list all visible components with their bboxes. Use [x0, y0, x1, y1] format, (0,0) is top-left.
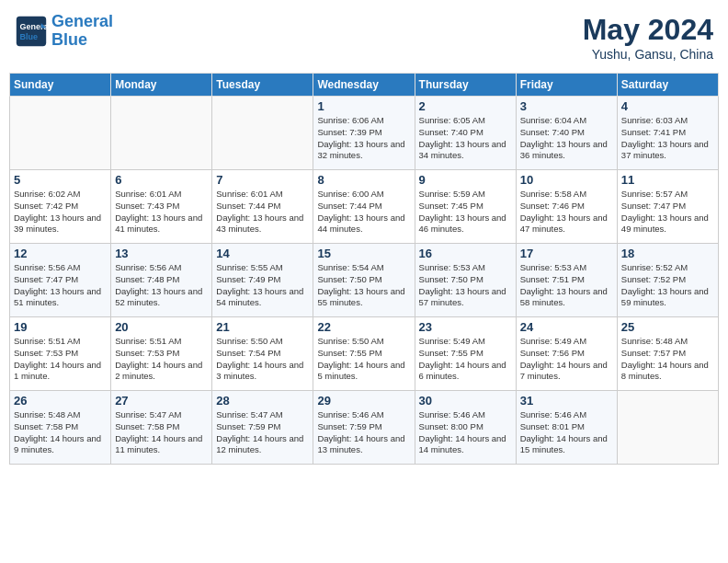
week-row-2: 5Sunrise: 6:02 AMSunset: 7:42 PMDaylight…	[10, 170, 719, 244]
day-number: 29	[317, 394, 410, 408]
day-info: Sunrise: 5:53 AMSunset: 7:50 PMDaylight:…	[419, 262, 512, 309]
day-number: 4	[621, 99, 714, 113]
day-number: 11	[621, 173, 714, 187]
calendar-cell: 6Sunrise: 6:01 AMSunset: 7:43 PMDaylight…	[111, 170, 212, 244]
day-number: 2	[419, 99, 512, 113]
day-header-saturday: Saturday	[617, 74, 718, 97]
day-header-wednesday: Wednesday	[313, 74, 415, 97]
day-info: Sunrise: 6:01 AMSunset: 7:44 PMDaylight:…	[216, 189, 309, 236]
calendar-cell: 2Sunrise: 6:05 AMSunset: 7:40 PMDaylight…	[415, 97, 516, 170]
logo-blue: Blue	[51, 30, 87, 49]
day-info: Sunrise: 5:50 AMSunset: 7:54 PMDaylight:…	[216, 336, 309, 383]
day-info: Sunrise: 5:48 AMSunset: 7:57 PMDaylight:…	[621, 336, 714, 383]
day-number: 25	[621, 320, 714, 334]
day-number: 15	[317, 247, 410, 260]
week-row-1: 1Sunrise: 6:06 AMSunset: 7:39 PMDaylight…	[10, 97, 719, 170]
day-info: Sunrise: 5:46 AMSunset: 7:59 PMDaylight:…	[317, 409, 410, 456]
calendar-cell: 31Sunrise: 5:46 AMSunset: 8:01 PMDayligh…	[516, 391, 617, 465]
calendar-cell: 4Sunrise: 6:03 AMSunset: 7:41 PMDaylight…	[617, 97, 718, 170]
calendar-cell: 18Sunrise: 5:52 AMSunset: 7:52 PMDayligh…	[617, 244, 718, 317]
day-number: 1	[317, 99, 410, 113]
calendar-cell: 15Sunrise: 5:54 AMSunset: 7:50 PMDayligh…	[313, 244, 415, 317]
calendar-cell	[212, 97, 313, 170]
calendar-cell: 22Sunrise: 5:50 AMSunset: 7:55 PMDayligh…	[313, 317, 415, 391]
week-row-4: 19Sunrise: 5:51 AMSunset: 7:53 PMDayligh…	[10, 317, 719, 391]
day-info: Sunrise: 6:00 AMSunset: 7:44 PMDaylight:…	[317, 189, 410, 236]
page-header: General Blue General Blue May 2024 Yushu…	[9, 9, 719, 65]
day-number: 17	[520, 247, 613, 260]
calendar-cell: 24Sunrise: 5:49 AMSunset: 7:56 PMDayligh…	[516, 317, 617, 391]
week-row-3: 12Sunrise: 5:56 AMSunset: 7:47 PMDayligh…	[10, 244, 719, 317]
day-info: Sunrise: 5:59 AMSunset: 7:45 PMDaylight:…	[419, 189, 512, 236]
day-info: Sunrise: 5:56 AMSunset: 7:47 PMDaylight:…	[14, 262, 107, 309]
calendar-cell: 10Sunrise: 5:58 AMSunset: 7:46 PMDayligh…	[516, 170, 617, 244]
calendar-cell: 7Sunrise: 6:01 AMSunset: 7:44 PMDaylight…	[212, 170, 313, 244]
day-info: Sunrise: 5:54 AMSunset: 7:50 PMDaylight:…	[317, 262, 410, 309]
calendar-cell: 9Sunrise: 5:59 AMSunset: 7:45 PMDaylight…	[415, 170, 516, 244]
calendar-cell: 19Sunrise: 5:51 AMSunset: 7:53 PMDayligh…	[10, 317, 111, 391]
day-info: Sunrise: 5:55 AMSunset: 7:49 PMDaylight:…	[216, 262, 309, 309]
day-number: 18	[621, 247, 714, 260]
day-number: 8	[317, 173, 410, 187]
calendar-cell: 30Sunrise: 5:46 AMSunset: 8:00 PMDayligh…	[415, 391, 516, 465]
day-number: 24	[520, 320, 613, 334]
calendar-cell: 16Sunrise: 5:53 AMSunset: 7:50 PMDayligh…	[415, 244, 516, 317]
day-info: Sunrise: 5:51 AMSunset: 7:53 PMDaylight:…	[14, 336, 107, 383]
day-number: 7	[216, 173, 309, 187]
day-number: 6	[115, 173, 208, 187]
calendar-cell: 25Sunrise: 5:48 AMSunset: 7:57 PMDayligh…	[617, 317, 718, 391]
day-number: 14	[216, 247, 309, 260]
day-info: Sunrise: 5:58 AMSunset: 7:46 PMDaylight:…	[520, 189, 613, 236]
day-info: Sunrise: 5:51 AMSunset: 7:53 PMDaylight:…	[115, 336, 208, 383]
calendar-table: SundayMondayTuesdayWednesdayThursdayFrid…	[9, 73, 719, 465]
day-info: Sunrise: 6:05 AMSunset: 7:40 PMDaylight:…	[419, 115, 512, 162]
calendar-cell: 23Sunrise: 5:49 AMSunset: 7:55 PMDayligh…	[415, 317, 516, 391]
day-info: Sunrise: 6:06 AMSunset: 7:39 PMDaylight:…	[317, 115, 410, 162]
calendar-cell	[111, 97, 212, 170]
day-number: 20	[115, 320, 208, 334]
calendar-cell: 12Sunrise: 5:56 AMSunset: 7:47 PMDayligh…	[10, 244, 111, 317]
logo-icon: General Blue	[15, 15, 48, 48]
day-number: 13	[115, 247, 208, 260]
calendar-cell: 27Sunrise: 5:47 AMSunset: 7:58 PMDayligh…	[111, 391, 212, 465]
day-header-friday: Friday	[516, 74, 617, 97]
day-number: 9	[419, 173, 512, 187]
day-header-monday: Monday	[111, 74, 212, 97]
calendar-cell: 28Sunrise: 5:47 AMSunset: 7:59 PMDayligh…	[212, 391, 313, 465]
logo-text: General Blue	[51, 13, 113, 50]
day-number: 10	[520, 173, 613, 187]
day-number: 16	[419, 247, 512, 260]
day-number: 19	[14, 320, 107, 334]
day-number: 22	[317, 320, 410, 334]
day-number: 26	[14, 394, 107, 408]
day-number: 5	[14, 173, 107, 187]
day-info: Sunrise: 5:57 AMSunset: 7:47 PMDaylight:…	[621, 189, 714, 236]
day-info: Sunrise: 5:48 AMSunset: 7:58 PMDaylight:…	[14, 409, 107, 456]
day-info: Sunrise: 6:03 AMSunset: 7:41 PMDaylight:…	[621, 115, 714, 162]
title-block: May 2024 Yushu, Gansu, China	[583, 13, 713, 62]
calendar-cell	[10, 97, 111, 170]
calendar-cell: 17Sunrise: 5:53 AMSunset: 7:51 PMDayligh…	[516, 244, 617, 317]
calendar-cell: 5Sunrise: 6:02 AMSunset: 7:42 PMDaylight…	[10, 170, 111, 244]
calendar-cell	[617, 391, 718, 465]
day-info: Sunrise: 5:49 AMSunset: 7:55 PMDaylight:…	[419, 336, 512, 383]
day-info: Sunrise: 5:49 AMSunset: 7:56 PMDaylight:…	[520, 336, 613, 383]
day-info: Sunrise: 5:53 AMSunset: 7:51 PMDaylight:…	[520, 262, 613, 309]
day-info: Sunrise: 5:47 AMSunset: 7:58 PMDaylight:…	[115, 409, 208, 456]
logo: General Blue General Blue	[15, 13, 113, 50]
day-number: 28	[216, 394, 309, 408]
day-number: 27	[115, 394, 208, 408]
day-number: 30	[419, 394, 512, 408]
day-info: Sunrise: 6:02 AMSunset: 7:42 PMDaylight:…	[14, 189, 107, 236]
day-info: Sunrise: 5:46 AMSunset: 8:01 PMDaylight:…	[520, 409, 613, 456]
day-info: Sunrise: 5:56 AMSunset: 7:48 PMDaylight:…	[115, 262, 208, 309]
month-title: May 2024	[583, 13, 713, 47]
day-info: Sunrise: 5:50 AMSunset: 7:55 PMDaylight:…	[317, 336, 410, 383]
day-number: 23	[419, 320, 512, 334]
calendar-cell: 8Sunrise: 6:00 AMSunset: 7:44 PMDaylight…	[313, 170, 415, 244]
calendar-cell: 13Sunrise: 5:56 AMSunset: 7:48 PMDayligh…	[111, 244, 212, 317]
day-info: Sunrise: 6:04 AMSunset: 7:40 PMDaylight:…	[520, 115, 613, 162]
day-number: 3	[520, 99, 613, 113]
day-header-thursday: Thursday	[415, 74, 516, 97]
day-number: 12	[14, 247, 107, 260]
